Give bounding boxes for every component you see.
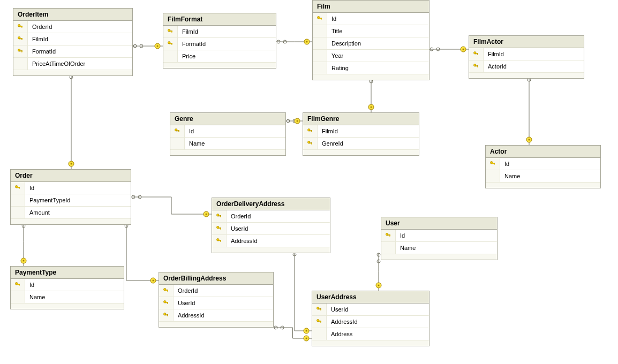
field-name: Id <box>396 232 405 239</box>
entity-body: IdName <box>381 230 497 254</box>
field-icon <box>313 62 327 74</box>
field-row[interactable]: AddressId <box>159 309 273 321</box>
entity-body: OrderIdFilmIdFormatIdPriceAtTimeOfOrder <box>13 21 132 70</box>
field-name: OrderId <box>174 287 198 294</box>
entity-body: IdName <box>170 125 285 149</box>
field-row[interactable]: GenreId <box>303 138 419 149</box>
field-row[interactable]: Name <box>381 242 497 254</box>
entity-header[interactable]: UserAddress <box>312 291 429 304</box>
field-row[interactable]: OrderId <box>212 210 330 223</box>
key-icon <box>170 125 185 137</box>
field-row[interactable]: Name <box>11 291 124 303</box>
field-icon <box>13 58 28 70</box>
field-row[interactable]: AddressId <box>312 316 429 328</box>
field-name: OrderId <box>227 213 251 219</box>
entity-filmactor[interactable]: FilmActorFilmIdActorId <box>469 35 584 79</box>
entity-order[interactable]: OrderIdPaymentTypeIdAmount <box>10 169 131 225</box>
entity-orderitem[interactable]: OrderItemOrderIdFilmIdFormatIdPriceAtTim… <box>13 8 133 76</box>
entity-footer <box>303 149 419 155</box>
field-row[interactable]: Amount <box>11 207 131 218</box>
entity-footer <box>469 72 584 78</box>
field-row[interactable]: Rating <box>313 62 429 74</box>
field-row[interactable]: FilmId <box>163 26 276 38</box>
entity-genre[interactable]: GenreIdName <box>170 112 286 156</box>
field-row[interactable]: Address <box>312 328 429 340</box>
key-icon <box>212 235 227 247</box>
field-name: Name <box>396 245 416 251</box>
entity-header[interactable]: OrderItem <box>13 9 132 21</box>
field-name: AddressId <box>174 312 205 318</box>
field-name: FilmId <box>318 128 338 134</box>
field-name: FilmId <box>178 28 198 35</box>
entity-header[interactable]: OrderDeliveryAddress <box>212 198 330 210</box>
entity-filmgenre[interactable]: FilmGenreFilmIdGenreId <box>303 112 419 156</box>
field-row[interactable]: UserId <box>212 223 330 235</box>
field-row[interactable]: Id <box>170 125 285 138</box>
entity-header[interactable]: Order <box>11 170 131 182</box>
entity-header[interactable]: Film <box>313 1 429 13</box>
entity-header[interactable]: FilmFormat <box>163 13 276 26</box>
field-row[interactable]: PaymentTypeId <box>11 194 131 207</box>
field-row[interactable]: Title <box>313 25 429 37</box>
entity-film[interactable]: FilmIdTitleDescriptionYearRating <box>312 0 429 80</box>
field-name: Id <box>327 16 336 22</box>
entity-body: IdTitleDescriptionYearRating <box>313 13 429 74</box>
field-row[interactable]: OrderId <box>159 285 273 297</box>
field-row[interactable]: Id <box>381 230 497 242</box>
field-name: Title <box>327 28 342 34</box>
field-row[interactable]: PriceAtTimeOfOrder <box>13 58 132 70</box>
key-icon <box>212 223 227 234</box>
field-name: Name <box>500 173 520 179</box>
entity-header[interactable]: OrderBillingAddress <box>159 272 273 285</box>
key-icon <box>13 33 28 45</box>
entity-user[interactable]: UserIdName <box>381 217 498 260</box>
field-icon <box>312 328 327 340</box>
field-row[interactable]: UserId <box>312 304 429 316</box>
field-row[interactable]: FormatId <box>163 38 276 50</box>
entity-header[interactable]: PaymentType <box>11 267 124 279</box>
field-icon <box>486 170 500 182</box>
key-icon <box>312 304 327 315</box>
entity-header[interactable]: FilmGenre <box>303 113 419 125</box>
field-row[interactable]: FilmId <box>469 48 584 60</box>
entity-header[interactable]: FilmActor <box>469 36 584 48</box>
field-row[interactable]: Description <box>313 37 429 50</box>
field-row[interactable]: Id <box>11 182 131 194</box>
field-name: FormatId <box>28 48 56 55</box>
entity-body: FilmIdFormatIdPrice <box>163 26 276 62</box>
key-icon <box>469 48 484 60</box>
entity-orderdeliveryaddress[interactable]: OrderDeliveryAddressOrderIdUserIdAddress… <box>212 198 330 253</box>
field-row[interactable]: Name <box>170 138 285 149</box>
entity-actor[interactable]: ActorIdName <box>485 145 601 188</box>
entity-header[interactable]: User <box>381 217 497 230</box>
field-row[interactable]: Id <box>486 158 600 170</box>
key-icon <box>312 316 327 328</box>
entity-filmformat[interactable]: FilmFormatFilmIdFormatIdPrice <box>163 13 276 69</box>
field-row[interactable]: Price <box>163 50 276 62</box>
field-name: FormatId <box>178 41 206 47</box>
entity-useraddress[interactable]: UserAddressUserIdAddressIdAddress <box>312 291 429 346</box>
field-row[interactable]: Name <box>486 170 600 182</box>
field-name: OrderId <box>28 24 52 30</box>
entity-orderbillingaddress[interactable]: OrderBillingAddressOrderIdUserIdAddressI… <box>159 272 274 328</box>
field-row[interactable]: OrderId <box>13 21 132 33</box>
field-row[interactable]: FilmId <box>303 125 419 138</box>
field-row[interactable]: FilmId <box>13 33 132 46</box>
entity-header[interactable]: Actor <box>486 146 600 158</box>
field-row[interactable]: AddressId <box>212 235 330 247</box>
entity-paymenttype[interactable]: PaymentTypeIdName <box>10 266 124 309</box>
field-name: ActorId <box>484 63 507 70</box>
field-name: GenreId <box>318 140 343 147</box>
field-row[interactable]: ActorId <box>469 60 584 72</box>
field-row[interactable]: UserId <box>159 297 273 309</box>
field-row[interactable]: Id <box>313 13 429 25</box>
field-row[interactable]: FormatId <box>13 46 132 58</box>
field-row[interactable]: Year <box>313 50 429 62</box>
key-icon <box>486 158 500 170</box>
key-icon <box>159 309 174 321</box>
key-icon <box>313 13 327 25</box>
field-name: UserId <box>327 306 348 313</box>
field-row[interactable]: Id <box>11 279 124 291</box>
field-icon <box>313 25 327 37</box>
entity-header[interactable]: Genre <box>170 113 285 125</box>
